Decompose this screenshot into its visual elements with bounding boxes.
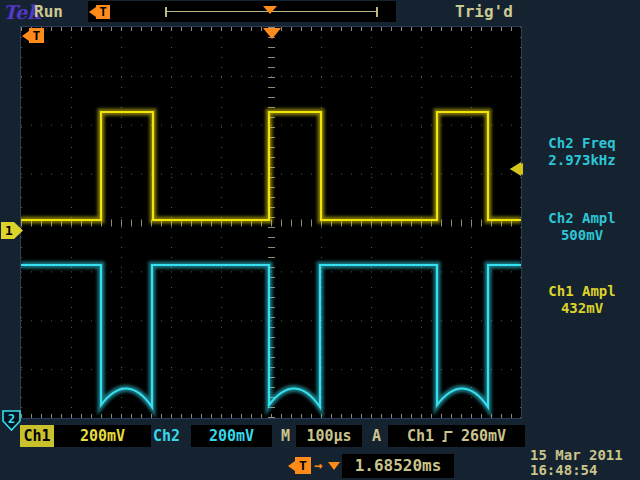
timebase-readout: 100µs [296, 425, 362, 447]
trigger-level-icon [510, 163, 523, 175]
trigger-delay-t-icon: T [29, 28, 44, 43]
oscilloscope-screen: Tek Run T Trig'd T 1 2 Ch2 Freq [0, 0, 640, 480]
trigger-position-t-icon: T [295, 457, 311, 474]
record-trigger-position-icon [263, 6, 277, 14]
trace-ch1-glow [21, 112, 521, 220]
graticule [21, 27, 521, 418]
ch1-badge: Ch1 [20, 425, 54, 447]
ch1-ground-marker: 1 [1, 222, 23, 239]
trigger-point-icon [263, 28, 281, 39]
triangle-down-icon [328, 462, 340, 470]
rising-edge-icon [442, 430, 453, 443]
datetime-readout: 15 Mar 2011 16:48:54 [530, 448, 640, 478]
measurement-ch1-ampl: Ch1 Ampl 432mV [524, 283, 640, 317]
trigger-position-readout: 1.68520ms [342, 454, 454, 478]
measurement-ch2-ampl: Ch2 Ampl 500mV [524, 210, 640, 244]
measurement-label: Ch2 Ampl [524, 210, 640, 227]
ch1-scale-readout: 200mV [54, 425, 151, 447]
trigger-type-label: A [372, 425, 381, 447]
trigger-readout: Ch1 260mV [388, 425, 525, 447]
trigger-status: Trig'd [455, 2, 513, 21]
record-view-bar [165, 7, 378, 17]
trigger-source: Ch1 [407, 425, 434, 447]
acquisition-status: Run [34, 2, 63, 21]
measurement-value: 2.973kHz [524, 152, 640, 169]
waveform-svg [21, 27, 521, 418]
measurement-value: 500mV [524, 227, 640, 244]
time-readout: 16:48:54 [530, 463, 640, 478]
measurement-value: 432mV [524, 300, 640, 317]
arrow-right-icon: → [314, 457, 322, 474]
trace-ch2-glow [21, 265, 521, 407]
trigger-offscreen-left-icon: T [96, 5, 110, 19]
trigger-level-readout: 260mV [461, 425, 506, 447]
measurement-label: Ch2 Freq [524, 135, 640, 152]
ch2-scale-readout: 200mV [191, 425, 272, 447]
timebase-label: M [281, 425, 290, 447]
channel-status-bar: Ch1 200mV Ch2 200mV M 100µs A Ch1 260mV [0, 424, 640, 448]
date-readout: 15 Mar 2011 [530, 448, 640, 463]
measurement-ch2-freq: Ch2 Freq 2.973kHz [524, 135, 640, 169]
ch2-label: Ch2 [153, 425, 180, 447]
measurement-label: Ch1 Ampl [524, 283, 640, 300]
top-status-bar: Tek Run T Trig'd [0, 0, 640, 25]
